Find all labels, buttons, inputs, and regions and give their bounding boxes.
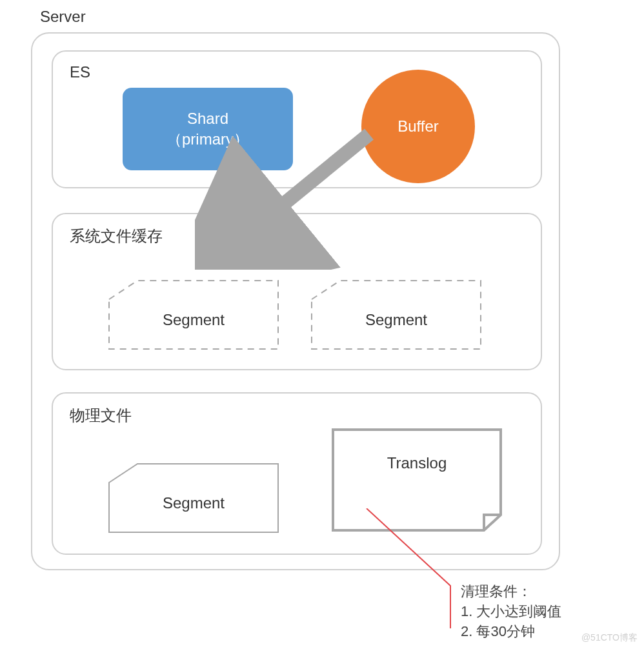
segment-cache-2: Segment (311, 280, 481, 350)
segment-cache-2-label: Segment (311, 311, 481, 329)
segment-cache-1-label: Segment (108, 311, 279, 329)
shard-line1: Shard (123, 108, 293, 129)
physical-label: 物理文件 (70, 405, 132, 426)
buffer-node: Buffer (361, 70, 475, 183)
callout-title: 清理条件： (461, 582, 561, 602)
cache-box: 系统文件缓存 Segment Segment (52, 213, 542, 370)
callout-item-1: 1. 大小达到阈值 (461, 602, 561, 622)
translog-node: Translog (332, 428, 502, 532)
watermark: @51CTO博客 (581, 632, 638, 644)
es-box: ES Shard （primary） Buffer (52, 50, 542, 188)
segment-physical-label: Segment (108, 494, 279, 512)
segment-physical: Segment (108, 463, 279, 533)
buffer-label: Buffer (397, 117, 439, 135)
cache-label: 系统文件缓存 (70, 226, 163, 246)
physical-box: 物理文件 Segment Translog (52, 392, 542, 555)
segment-cache-1: Segment (108, 280, 279, 350)
callout-text: 清理条件： 1. 大小达到阈值 2. 每30分钟 (461, 582, 561, 641)
callout-item-2: 2. 每30分钟 (461, 622, 561, 642)
server-box: ES Shard （primary） Buffer 系统文件缓存 Segment… (31, 32, 560, 570)
es-label: ES (70, 63, 90, 81)
shard-line2: （primary） (123, 129, 293, 150)
translog-label: Translog (332, 454, 502, 472)
server-label: Server (40, 8, 86, 26)
shard-primary: Shard （primary） (123, 88, 293, 170)
